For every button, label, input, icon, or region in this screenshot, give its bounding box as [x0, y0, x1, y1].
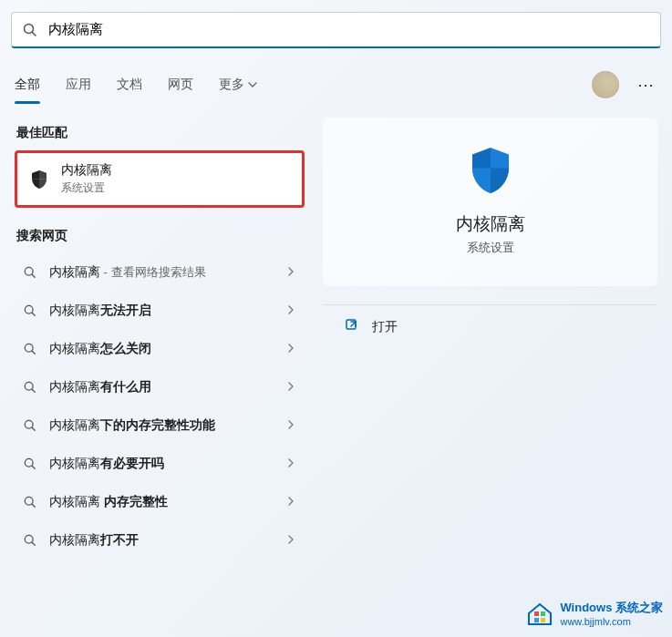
detail-subtitle: 系统设置 — [467, 240, 514, 256]
svg-line-16 — [32, 504, 35, 507]
svg-line-14 — [32, 466, 35, 468]
svg-rect-21 — [534, 611, 539, 616]
svg-line-4 — [32, 274, 35, 277]
tabs-row: 全部 应用 文档 网页 更多 ⋯ — [0, 65, 672, 105]
web-result-item[interactable]: 内核隔离怎么关闭 — [15, 330, 305, 368]
tab-apps[interactable]: 应用 — [66, 71, 91, 98]
web-result-item[interactable]: 内核隔离无法开启 — [15, 292, 305, 330]
tab-all[interactable]: 全部 — [15, 71, 40, 98]
search-icon — [24, 381, 38, 394]
svg-line-18 — [32, 542, 35, 545]
shield-icon-large — [463, 143, 518, 198]
tab-more[interactable]: 更多 — [219, 71, 257, 98]
user-avatar[interactable] — [592, 71, 619, 98]
open-action[interactable]: 打开 — [323, 305, 657, 349]
search-input[interactable] — [48, 22, 649, 37]
best-match-title: 内核隔离 — [61, 162, 112, 179]
search-icon — [24, 457, 38, 470]
shield-icon — [28, 169, 50, 190]
chevron-down-icon — [248, 77, 257, 92]
svg-line-6 — [32, 313, 35, 315]
svg-rect-24 — [541, 618, 545, 622]
section-best-match: 最佳匹配 — [16, 125, 305, 141]
search-icon — [23, 23, 41, 37]
web-result-text: 内核隔离有必要开吗 — [49, 456, 286, 472]
more-options-button[interactable]: ⋯ — [634, 71, 657, 98]
chevron-right-icon — [286, 304, 295, 317]
watermark-line2: www.bjjmlv.com — [560, 616, 663, 627]
web-result-text: 内核隔离无法开启 — [49, 303, 286, 319]
svg-rect-2 — [32, 179, 47, 180]
open-icon — [345, 318, 359, 336]
search-icon — [24, 266, 38, 279]
chevron-right-icon — [286, 496, 295, 509]
svg-rect-23 — [534, 618, 539, 622]
best-match-item[interactable]: 内核隔离 系统设置 — [15, 150, 305, 208]
web-result-item[interactable]: 内核隔离打不开 — [15, 521, 305, 560]
search-icon — [24, 343, 38, 355]
chevron-right-icon — [286, 457, 295, 470]
svg-line-10 — [32, 389, 35, 392]
web-result-text: 内核隔离怎么关闭 — [49, 341, 286, 357]
web-result-text: 内核隔离 内存完整性 — [49, 494, 286, 510]
chevron-right-icon — [286, 534, 295, 547]
detail-title: 内核隔离 — [456, 212, 525, 236]
web-result-item[interactable]: 内核隔离 内存完整性 — [15, 483, 305, 521]
tab-more-label: 更多 — [219, 77, 244, 93]
web-result-item[interactable]: 内核隔离 - 查看网络搜索结果 — [15, 253, 305, 292]
tab-docs[interactable]: 文档 — [117, 71, 142, 98]
search-icon — [24, 304, 38, 317]
search-icon — [24, 534, 38, 547]
watermark-line1: Windows 系统之家 — [560, 600, 663, 616]
content-area: 最佳匹配 内核隔离 系统设置 搜索网页 内核隔离 - 查看网络搜索结果内核隔离无… — [0, 118, 672, 560]
watermark: Windows 系统之家 www.bjjmlv.com — [525, 599, 663, 628]
web-result-item[interactable]: 内核隔离下的内存完整性功能 — [15, 406, 305, 445]
best-match-subtitle: 系统设置 — [61, 180, 112, 196]
web-result-text: 内核隔离 - 查看网络搜索结果 — [49, 264, 286, 281]
watermark-text: Windows 系统之家 www.bjjmlv.com — [560, 600, 663, 627]
search-icon — [24, 419, 38, 432]
tab-web[interactable]: 网页 — [168, 71, 193, 98]
svg-line-12 — [32, 427, 35, 430]
chevron-right-icon — [286, 343, 295, 355]
section-search-web: 搜索网页 — [16, 228, 305, 244]
svg-line-1 — [33, 32, 36, 36]
best-match-texts: 内核隔离 系统设置 — [61, 162, 112, 196]
detail-column: 内核隔离 系统设置 打开 — [323, 118, 657, 560]
web-results-list: 内核隔离 - 查看网络搜索结果内核隔离无法开启内核隔离怎么关闭内核隔离有什么用内… — [15, 253, 305, 560]
house-icon — [525, 599, 554, 628]
detail-card: 内核隔离 系统设置 — [323, 118, 657, 286]
search-bar[interactable] — [11, 12, 661, 48]
svg-rect-22 — [541, 611, 545, 616]
svg-line-8 — [32, 351, 35, 354]
results-column: 最佳匹配 内核隔离 系统设置 搜索网页 内核隔离 - 查看网络搜索结果内核隔离无… — [15, 118, 305, 560]
chevron-right-icon — [286, 266, 295, 279]
web-result-text: 内核隔离有什么用 — [49, 379, 286, 396]
chevron-right-icon — [286, 381, 295, 394]
open-label: 打开 — [372, 319, 398, 335]
web-result-text: 内核隔离打不开 — [49, 532, 286, 549]
chevron-right-icon — [286, 419, 295, 432]
web-result-item[interactable]: 内核隔离有什么用 — [15, 368, 305, 406]
web-result-text: 内核隔离下的内存完整性功能 — [49, 417, 286, 434]
web-result-item[interactable]: 内核隔离有必要开吗 — [15, 445, 305, 483]
search-icon — [24, 496, 38, 509]
